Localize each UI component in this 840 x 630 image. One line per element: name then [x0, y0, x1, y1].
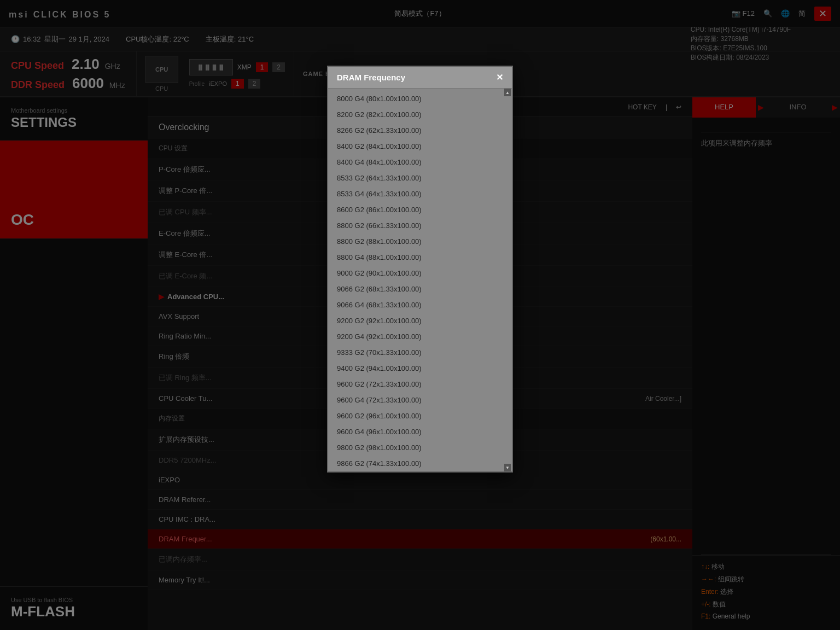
modal-list-item[interactable]: 8400 G2 (84x1.00x100.00) [328, 138, 512, 154]
modal-list-item[interactable]: 9200 G4 (92x1.00x100.00) [328, 329, 512, 345]
modal-list-item[interactable]: 8600 G2 (86x1.00x100.00) [328, 202, 512, 218]
modal-list-item[interactable]: 9600 G4 (72x1.33x100.00) [328, 392, 512, 408]
modal-header: DRAM Frequency ✕ [328, 67, 512, 89]
modal-list-item[interactable]: 9200 G2 (92x1.00x100.00) [328, 313, 512, 329]
modal-list-item[interactable]: 9866 G2 (74x1.33x100.00) [328, 456, 512, 471]
modal-list[interactable]: ▲ 8000 G4 (80x1.00x100.00)8200 G2 (82x1.… [328, 89, 512, 471]
modal-list-item[interactable]: 9400 G2 (94x1.00x100.00) [328, 360, 512, 376]
modal-list-item[interactable]: 8200 G2 (82x1.00x100.00) [328, 107, 512, 122]
modal-list-item[interactable]: 8533 G2 (64x1.33x100.00) [328, 170, 512, 186]
modal-list-item[interactable]: 8800 G4 (88x1.00x100.00) [328, 249, 512, 265]
modal-list-item[interactable]: 9600 G4 (96x1.00x100.00) [328, 424, 512, 440]
modal-list-item[interactable]: 9600 G2 (72x1.33x100.00) [328, 376, 512, 392]
modal-title: DRAM Frequency [337, 73, 405, 82]
modal-list-item[interactable]: 8533 G4 (64x1.33x100.00) [328, 186, 512, 202]
modal-list-item[interactable]: 8800 G2 (88x1.00x100.00) [328, 234, 512, 249]
modal-list-item[interactable]: 9000 G2 (90x1.00x100.00) [328, 265, 512, 281]
modal-list-item[interactable]: 9600 G2 (96x1.00x100.00) [328, 408, 512, 424]
modal-list-item[interactable]: 8400 G4 (84x1.00x100.00) [328, 154, 512, 170]
modal-list-item[interactable]: 9800 G2 (98x1.00x100.00) [328, 440, 512, 456]
modal-list-item[interactable]: 8266 G2 (62x1.33x100.00) [328, 122, 512, 138]
dram-frequency-modal: DRAM Frequency ✕ ▲ 8000 G4 (80x1.00x100.… [327, 66, 513, 472]
modal-close-button[interactable]: ✕ [496, 72, 503, 83]
modal-list-item[interactable]: 9066 G2 (68x1.33x100.00) [328, 281, 512, 297]
modal-list-item[interactable]: 8000 G4 (80x1.00x100.00) [328, 91, 512, 107]
modal-overlay: DRAM Frequency ✕ ▲ 8000 G4 (80x1.00x100.… [0, 0, 840, 630]
modal-list-item[interactable]: 8800 G2 (66x1.33x100.00) [328, 218, 512, 234]
modal-list-item[interactable]: 9066 G4 (68x1.33x100.00) [328, 297, 512, 313]
scroll-up-icon[interactable]: ▲ [504, 89, 511, 96]
modal-list-item[interactable]: 9333 G2 (70x1.33x100.00) [328, 345, 512, 360]
scroll-down-icon[interactable]: ▼ [504, 464, 511, 471]
